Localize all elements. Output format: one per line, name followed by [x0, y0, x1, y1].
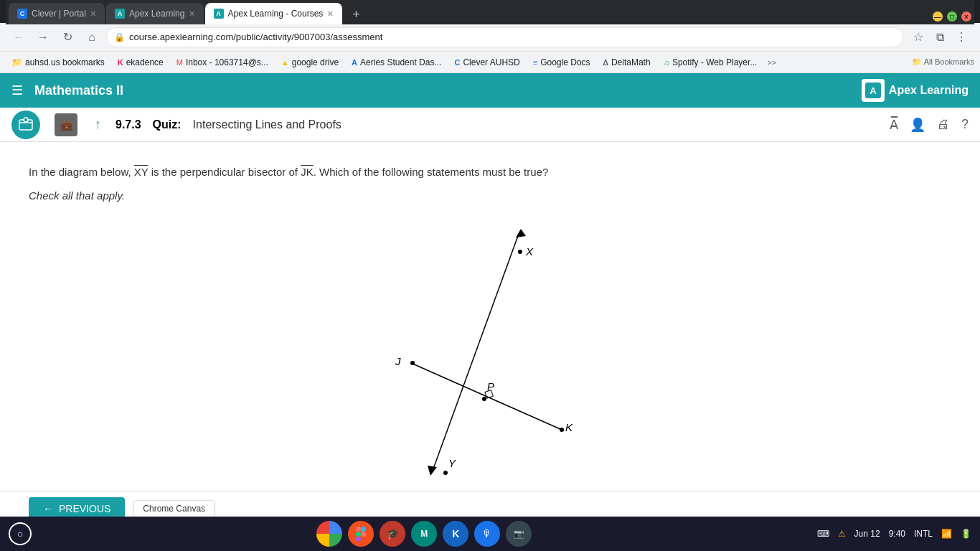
help-icon[interactable]: ? — [961, 117, 969, 132]
hamburger-menu-icon[interactable]: ☰ — [11, 83, 23, 98]
svg-marker-5 — [516, 229, 526, 237]
course-icon — [11, 110, 40, 139]
all-bookmarks-link[interactable]: 📁 All Bookmarks — [912, 57, 974, 67]
taskbar-warning-icon: ⚠ — [838, 529, 846, 539]
user-icon[interactable]: 👤 — [910, 117, 925, 133]
bookmarks-bar: 📁 auhsd.us bookmarks K ekadence M Inbox … — [0, 52, 980, 73]
x-point-label: X — [525, 245, 534, 258]
print-icon[interactable]: 🖨 — [937, 117, 950, 132]
translate-icon[interactable]: A̅ — [890, 117, 898, 133]
apex-logo-text: Apex Learning — [889, 84, 969, 97]
bookmark-auhsd[interactable]: 📁 auhsd.us bookmarks — [6, 55, 110, 70]
taskbar-locale: INTL — [914, 529, 933, 539]
diagram-container: X Y J K P — [29, 216, 951, 491]
bookmark-label-aeries: Aeries Student Das... — [360, 57, 441, 67]
taskbar-time: 9:40 — [889, 529, 905, 539]
question-text: In the diagram below, XY is the perpendi… — [29, 164, 951, 181]
taskbar-circle-button[interactable]: ○ — [9, 522, 32, 545]
tab-favicon-apex: A — [115, 9, 125, 19]
tab-favicon-clever: C — [17, 9, 27, 19]
y-point-label: Y — [448, 457, 456, 469]
address-text: course.apexlearning.com/public/activity/… — [129, 32, 896, 42]
svg-point-12 — [482, 397, 486, 401]
up-arrow-icon: ↑ — [95, 117, 101, 132]
bookmark-favicon-spotify: ♫ — [664, 58, 669, 67]
taskbar-keyboard-icon: ⌨ — [817, 529, 829, 539]
taskbar-wifi-icon: 📶 — [941, 529, 952, 539]
svg-rect-18 — [356, 537, 361, 541]
k-point-label: K — [565, 421, 573, 433]
quiz-nav-right: A̅ 👤 🖨 ? — [890, 117, 969, 133]
bookmark-clever[interactable]: C Clever AUHSD — [448, 55, 525, 70]
left-arrow-icon: ← — [43, 503, 53, 514]
quiz-section-label: 9.7.3 — [116, 118, 141, 131]
taskbar-chrome[interactable] — [316, 521, 342, 547]
svg-point-7 — [518, 250, 522, 254]
taskbar-figma[interactable] — [348, 521, 374, 547]
svg-point-11 — [560, 428, 564, 432]
tab-apex-courses[interactable]: A Apex Learning - Courses × — [205, 3, 342, 24]
close-window-button[interactable]: × — [961, 11, 971, 22]
taskbar-cam[interactable]: 📷 — [506, 521, 532, 547]
home-button[interactable]: ⌂ — [82, 27, 102, 47]
bookmark-favicon-clever: C — [454, 58, 460, 67]
tab-close-clever[interactable]: × — [90, 8, 96, 19]
svg-rect-16 — [356, 532, 361, 537]
apex-logo-svg: A — [865, 83, 881, 98]
tab-close-apex-courses[interactable]: × — [327, 8, 333, 19]
content-area: In the diagram below, XY is the perpendi… — [0, 142, 980, 491]
tab-clever[interactable]: C Clever | Portal × — [9, 3, 105, 24]
apex-logo: A Apex Learning — [862, 79, 969, 102]
taskbar-center: 🎓 M K 🎙 📷 — [32, 521, 817, 547]
refresh-button[interactable]: ↻ — [57, 27, 77, 47]
bookmark-deltamath[interactable]: Δ DeltaMath — [598, 55, 656, 70]
bookmark-ekadence[interactable]: K ekadence — [112, 55, 169, 70]
taskbar-mic[interactable]: 🎙 — [474, 521, 500, 547]
extension-button[interactable]: ⧉ — [930, 27, 950, 47]
tab-apex[interactable]: A Apex Learning × — [106, 3, 204, 24]
new-tab-button[interactable]: + — [347, 4, 367, 24]
bookmark-inbox[interactable]: M Inbox - 1063714@s... — [171, 55, 274, 70]
xy-label: XY — [134, 166, 149, 178]
bookmark-favicon-aeries: A — [352, 58, 357, 67]
more-bookmarks-button[interactable]: >> — [767, 58, 776, 67]
minimize-button[interactable]: — — [933, 11, 943, 22]
taskbar-right: ⌨ ⚠ Jun 12 9:40 INTL 📶 🔋 — [817, 529, 971, 539]
bookmark-gdocs[interactable]: ≡ Google Docs — [527, 55, 596, 70]
title-bar: C Clever | Portal × A Apex Learning × A … — [0, 0, 980, 23]
menu-button[interactable]: ⋮ — [951, 27, 971, 47]
star-button[interactable]: ☆ — [908, 27, 928, 47]
bookmark-favicon-ekadence: K — [118, 58, 123, 67]
svg-point-10 — [410, 361, 415, 365]
geometry-diagram: X Y J K P — [347, 216, 633, 491]
check-all-text: Check all that apply. — [29, 189, 951, 202]
svg-rect-14 — [356, 527, 361, 532]
back-button[interactable]: ← — [9, 27, 29, 47]
bookmark-label-deltamath: DeltaMath — [611, 57, 651, 67]
svg-rect-15 — [361, 527, 366, 532]
tab-favicon-apex-courses: A — [214, 9, 224, 19]
forward-button[interactable]: → — [33, 27, 53, 47]
bookmark-favicon-gdocs: ≡ — [533, 58, 537, 67]
chrome-canvas-text: Chrome Canvas — [143, 504, 205, 514]
address-bar[interactable]: 🔒 course.apexlearning.com/public/activit… — [106, 27, 904, 47]
taskbar-k[interactable]: K — [443, 521, 468, 547]
apex-logo-icon: A — [862, 79, 885, 102]
bookmark-spotify[interactable]: ♫ Spotify - Web Player... — [658, 55, 763, 70]
quiz-title: Intersecting Lines and Proofs — [193, 118, 341, 131]
quiz-label: Quiz: — [153, 118, 182, 131]
maximize-button[interactable]: □ — [947, 11, 957, 22]
bookmark-label-ekadence: ekadence — [126, 57, 164, 67]
bookmark-label-inbox: Inbox - 1063714@s... — [186, 57, 268, 67]
taskbar-meet[interactable]: M — [411, 521, 437, 547]
bookmark-favicon-auhsd: 📁 — [11, 57, 22, 67]
bookmark-gdrive[interactable]: ▲ google drive — [275, 55, 344, 70]
nav-actions: ☆ ⧉ ⋮ — [908, 27, 971, 47]
svg-text:A: A — [870, 85, 877, 96]
taskbar-app-red[interactable]: 🎓 — [380, 521, 405, 547]
tab-close-apex[interactable]: × — [189, 8, 194, 19]
svg-marker-6 — [428, 466, 437, 476]
bookmark-aeries[interactable]: A Aeries Student Das... — [346, 55, 447, 70]
tab-title-apex: Apex Learning — [129, 9, 184, 19]
app-header: ☰ Mathematics II A Apex Learning — [0, 73, 980, 108]
